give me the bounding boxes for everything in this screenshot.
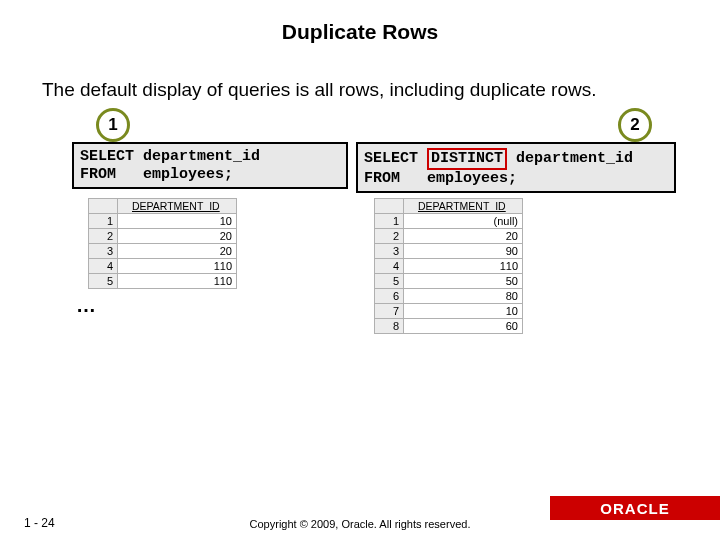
- cell: 20: [118, 229, 237, 244]
- ellipsis: …: [76, 294, 96, 317]
- table-row: 4110: [375, 259, 523, 274]
- copyright: Copyright © 2009, Oracle. All rights res…: [0, 518, 720, 530]
- table-row: 5110: [89, 274, 237, 289]
- table-row: 1(null): [375, 214, 523, 229]
- rownum: 1: [89, 214, 118, 229]
- logo-strip: ORACLE: [550, 496, 720, 520]
- rownum: 2: [89, 229, 118, 244]
- table-row: 710: [375, 304, 523, 319]
- col-header: DEPARTMENT_ID: [118, 199, 237, 214]
- cell: 90: [404, 244, 523, 259]
- code1-line1: SELECT department_id: [80, 148, 260, 165]
- rownum: 4: [89, 259, 118, 274]
- table-row: 220: [89, 229, 237, 244]
- rownum: 2: [375, 229, 404, 244]
- cell: 50: [404, 274, 523, 289]
- table-row: 110: [89, 214, 237, 229]
- cell: 20: [404, 229, 523, 244]
- sql-code-1: SELECT department_id FROM employees;: [72, 142, 348, 189]
- result-table-1: DEPARTMENT_ID 110 220 320 4110 5110: [88, 198, 237, 289]
- table-row: 860: [375, 319, 523, 334]
- rownum-header: [89, 199, 118, 214]
- oracle-logo: ORACLE: [600, 500, 669, 517]
- rownum: 5: [375, 274, 404, 289]
- body-text: The default display of queries is all ro…: [42, 78, 678, 102]
- cell: 80: [404, 289, 523, 304]
- rownum: 3: [375, 244, 404, 259]
- sql-code-2: SELECT DISTINCT department_id FROM emplo…: [356, 142, 676, 193]
- cell: 10: [118, 214, 237, 229]
- badge-1: 1: [96, 108, 130, 142]
- footer: ORACLE 1 - 24 Copyright © 2009, Oracle. …: [0, 496, 720, 540]
- col-header: DEPARTMENT_ID: [404, 199, 523, 214]
- code1-line2: FROM employees;: [80, 166, 233, 183]
- rownum: 8: [375, 319, 404, 334]
- rownum: 1: [375, 214, 404, 229]
- rownum: 7: [375, 304, 404, 319]
- slide-title: Duplicate Rows: [0, 20, 720, 44]
- rownum: 5: [89, 274, 118, 289]
- code2-select: SELECT: [364, 150, 418, 167]
- cell: 60: [404, 319, 523, 334]
- cell: 10: [404, 304, 523, 319]
- table-row: 680: [375, 289, 523, 304]
- table-row: 4110: [89, 259, 237, 274]
- badge-2: 2: [618, 108, 652, 142]
- result-table-2: DEPARTMENT_ID 1(null) 220 390 4110 550 6…: [374, 198, 523, 334]
- rownum: 6: [375, 289, 404, 304]
- table-row: 390: [375, 244, 523, 259]
- table-row: 220: [375, 229, 523, 244]
- cell: (null): [404, 214, 523, 229]
- rownum: 4: [375, 259, 404, 274]
- content-area: 1 2 SELECT department_id FROM employees;…: [42, 112, 678, 412]
- distinct-highlight: DISTINCT: [427, 148, 507, 169]
- cell: 110: [404, 259, 523, 274]
- table-row: 320: [89, 244, 237, 259]
- code2-line2: FROM employees;: [364, 170, 517, 187]
- rownum-header: [375, 199, 404, 214]
- cell: 110: [118, 259, 237, 274]
- cell: 110: [118, 274, 237, 289]
- table-row: 550: [375, 274, 523, 289]
- cell: 20: [118, 244, 237, 259]
- rownum: 3: [89, 244, 118, 259]
- code2-rest: department_id: [516, 150, 633, 167]
